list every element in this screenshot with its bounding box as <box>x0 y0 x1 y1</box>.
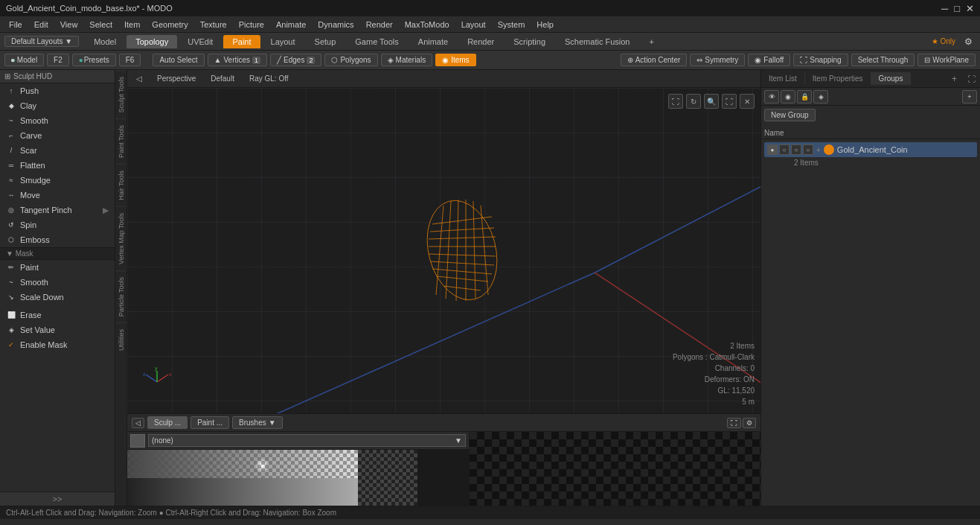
tab-topology[interactable]: Topology <box>126 35 177 48</box>
nav-back-icon[interactable]: ◁ <box>132 73 147 84</box>
vp-zoom-icon[interactable]: 🔍 <box>704 94 719 109</box>
item-render-btn[interactable]: ○ <box>779 144 790 155</box>
item-visibility-btn[interactable]: ● <box>767 144 778 155</box>
rp-tab-add-btn[interactable]: + <box>946 71 963 86</box>
tool-set-value[interactable]: ◈ Set Value <box>0 322 115 337</box>
menu-animate[interactable]: Animate <box>270 19 312 31</box>
vtab-hair-tools[interactable]: Hair Tools <box>115 164 126 206</box>
vtab-utilities[interactable]: Utilities <box>115 322 126 357</box>
tab-schematic[interactable]: Schematic Fusion <box>556 35 638 48</box>
brushes-tab[interactable]: Brushes ▼ <box>232 416 283 429</box>
left-panel-collapse-btn[interactable]: >> <box>0 491 115 506</box>
model-mode-btn[interactable]: ● ● Model <box>4 54 44 66</box>
render-style-label[interactable]: Default <box>206 73 239 84</box>
polygons-btn[interactable]: ⬡ Polygons <box>324 54 377 66</box>
menu-geometry[interactable]: Geometry <box>146 19 193 31</box>
menu-view[interactable]: View <box>54 19 84 31</box>
rp-lock-icon[interactable]: 🔒 <box>797 90 812 104</box>
auto-select-btn[interactable]: Auto Select <box>153 54 204 66</box>
rp-add-item-icon[interactable]: + <box>962 90 977 104</box>
items-btn[interactable]: ◉ Items <box>435 54 475 66</box>
vp-rotate-icon[interactable]: ↻ <box>686 94 701 109</box>
viewport-canvas[interactable]: x z y ⛶ ↻ 🔍 ⛶ ✕ 2 Items Polygons : Catmu… <box>127 88 760 413</box>
tab-layout[interactable]: Layout <box>262 35 304 48</box>
symmetry-btn[interactable]: ⇔ Symmetry <box>690 54 745 66</box>
tab-paint[interactable]: Paint <box>223 35 260 48</box>
select-through-btn[interactable]: Select Through <box>851 54 915 66</box>
vp-fullscreen-icon[interactable]: ⛶ <box>722 94 737 109</box>
rp-eye-icon[interactable]: 👁 <box>764 90 779 104</box>
menu-select[interactable]: Select <box>83 19 118 31</box>
rp-tab-groups[interactable]: Groups <box>871 72 912 85</box>
color-swatch[interactable] <box>130 434 145 448</box>
star-only-btn[interactable]: ★ Only <box>929 37 958 45</box>
tool-scar[interactable]: / Scar <box>0 143 115 158</box>
tool-carve[interactable]: ⌐ Carve <box>0 128 115 143</box>
tab-render[interactable]: Render <box>458 35 503 48</box>
tool-move[interactable]: ↔ Move <box>0 188 115 203</box>
edges-btn[interactable]: ╱ Edges 2 <box>270 54 321 66</box>
settings-panel-icon[interactable]: ⚙ <box>743 418 756 428</box>
tool-smudge[interactable]: ≈ Smudge <box>0 173 115 188</box>
rp-tab-item-props[interactable]: Item Properties <box>805 72 871 85</box>
mask-smooth[interactable]: ~ Smooth <box>0 275 115 290</box>
f6-btn[interactable]: F6 <box>119 54 141 66</box>
item-solo-btn[interactable]: ○ <box>803 144 813 155</box>
new-group-btn[interactable]: New Group <box>764 109 816 121</box>
falloff-btn[interactable]: ◉ Falloff <box>748 54 790 66</box>
menu-help[interactable]: Help <box>531 19 560 31</box>
tab-uvedit[interactable]: UVEdit <box>179 35 222 48</box>
tool-flatten[interactable]: ═ Flatten <box>0 158 115 173</box>
perspective-label[interactable]: Perspective <box>153 73 200 84</box>
menu-render[interactable]: Render <box>360 19 399 31</box>
menu-file[interactable]: File <box>3 19 28 31</box>
tab-setup[interactable]: Setup <box>306 35 345 48</box>
color-name-dropdown[interactable]: (none) ▼ <box>148 434 466 447</box>
vtab-paint-tools[interactable]: Paint Tools <box>115 118 126 164</box>
rp-tab-item-list[interactable]: Item List <box>761 72 805 85</box>
f2-btn[interactable]: F2 <box>47 54 69 66</box>
action-center-btn[interactable]: ⊕ Action Center <box>621 54 688 66</box>
rp-solo-icon[interactable]: ◈ <box>813 90 828 104</box>
tool-erase[interactable]: ⬜ Erase <box>0 308 115 322</box>
tab-scripting[interactable]: Scripting <box>505 35 554 48</box>
menu-maxtomodo[interactable]: MaxToModo <box>399 19 455 31</box>
tool-tangent-pinch[interactable]: ◎ Tangent Pinch ▶ <box>0 203 115 217</box>
rp-expand-icon[interactable]: ⛶ <box>963 72 980 86</box>
tool-enable-mask[interactable]: ✓ Enable Mask <box>0 337 115 352</box>
workplane-btn[interactable]: ⊟ WorkPlane <box>917 54 976 66</box>
menu-layout[interactable]: Layout <box>455 19 492 31</box>
close-btn[interactable]: ✕ <box>966 3 974 14</box>
vtab-particle-tools[interactable]: Particle Tools <box>115 270 126 322</box>
menu-item[interactable]: Item <box>118 19 146 31</box>
vertices-btn[interactable]: ▲ Vertices 1 <box>208 54 268 66</box>
menu-dynamics[interactable]: Dynamics <box>312 19 359 31</box>
tool-push[interactable]: ↑ Push <box>0 83 115 98</box>
tool-spin[interactable]: ↺ Spin <box>0 217 115 232</box>
minimize-btn[interactable]: ─ <box>941 3 948 14</box>
menu-texture[interactable]: Texture <box>194 19 233 31</box>
settings-gear-icon[interactable]: ⚙ <box>961 36 976 47</box>
ray-gl-label[interactable]: Ray GL: Off <box>245 73 293 84</box>
mask-paint[interactable]: ✏ Paint <box>0 260 115 275</box>
tab-add[interactable]: + <box>640 35 662 48</box>
item-row-coin[interactable]: ● ○ ○ ○ + Gold_Ancient_Coin <box>764 142 977 157</box>
vtab-vertex-map[interactable]: Vertex Map Tools <box>115 206 126 270</box>
vp-close-icon[interactable]: ✕ <box>740 94 755 109</box>
menu-system[interactable]: System <box>492 19 531 31</box>
paint-tab[interactable]: Paint ... <box>190 416 229 429</box>
nav-arrow-back[interactable]: ◁ <box>132 418 144 428</box>
vtab-sculpt-tools[interactable]: Sculpt Tools <box>115 70 126 118</box>
tool-clay[interactable]: ◆ Clay <box>0 98 115 113</box>
materials-btn[interactable]: ◈ Materials <box>381 54 433 66</box>
rp-render-icon[interactable]: ◉ <box>781 90 795 104</box>
sculpt-tab[interactable]: Sculp ... <box>147 416 188 429</box>
presets-mode-btn[interactable]: ● Presets <box>72 54 116 66</box>
menu-picture[interactable]: Picture <box>233 19 270 31</box>
add-child-icon[interactable]: + <box>816 146 821 154</box>
snapping-btn[interactable]: ⛶ Snapping <box>793 54 848 66</box>
item-lock-btn[interactable]: ○ <box>791 144 801 155</box>
mask-scale-down[interactable]: ↘ Scale Down <box>0 290 115 305</box>
menu-edit[interactable]: Edit <box>28 19 54 31</box>
maximize-btn[interactable]: □ <box>954 3 960 14</box>
